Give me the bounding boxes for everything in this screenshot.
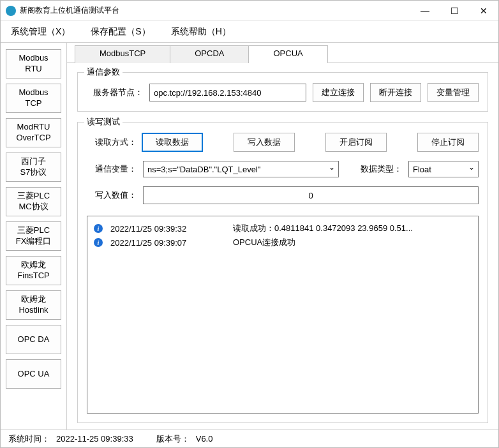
sidebar-opc-da[interactable]: OPC DA	[6, 325, 61, 354]
systime-label: 系统时间：	[8, 433, 50, 445]
version-value: V6.0	[196, 434, 213, 444]
close-button[interactable]: ✕	[469, 1, 498, 21]
maximize-button[interactable]: ☐	[440, 1, 469, 21]
comm-params-group: 通信参数 服务器节点： 建立连接 断开连接 变量管理	[77, 72, 488, 112]
datatype-label: 数据类型：	[361, 163, 402, 175]
comm-params-title: 通信参数	[84, 66, 123, 78]
log-time: 2022/11/25 09:39:32	[110, 224, 225, 234]
write-value-input[interactable]	[143, 186, 479, 204]
sidebar-modbus-tcp[interactable]: Modbus TCP	[6, 84, 61, 113]
server-label: 服务器节点：	[87, 87, 143, 98]
sidebar-siemens-s7[interactable]: 西门子 S7协议	[6, 153, 61, 182]
sidebar-opc-ua[interactable]: OPC UA	[6, 359, 61, 389]
sidebar-modrtu-overtcp[interactable]: ModRTU OverTCP	[6, 118, 61, 147]
window-title: 新阁教育上位机通信测试平台	[20, 5, 410, 16]
sidebar-modbus-rtu[interactable]: Modbus RTU	[6, 49, 61, 78]
tab-opcda[interactable]: OPCDA	[170, 45, 249, 63]
log-entry: i 2022/11/25 09:39:07 OPCUA连接成功	[94, 235, 472, 250]
rw-test-group: 读写测试 读取方式： 读取数据 写入数据 开启订阅 停止订阅 通信变量：	[77, 122, 488, 423]
sidebar-mitsubishi-fx[interactable]: 三菱PLC FX编程口	[6, 221, 61, 251]
main-area: ModbusTCP OPCDA OPCUA 通信参数 服务器节点： 建立连接 断…	[67, 43, 498, 429]
log-message: OPCUA连接成功	[233, 237, 472, 248]
var-management-button[interactable]: 变量管理	[428, 83, 479, 102]
write-data-button[interactable]: 写入数据	[234, 133, 295, 152]
unsubscribe-button[interactable]: 停止订阅	[417, 133, 479, 152]
version-label: 版本号：	[156, 433, 190, 445]
comm-var-label: 通信变量：	[87, 163, 137, 175]
tab-modbustcp[interactable]: ModbusTCP	[75, 45, 170, 63]
menu-save-config[interactable]: 保存配置（S）	[87, 24, 154, 40]
write-value-label: 写入数值：	[87, 190, 137, 201]
tab-opcua[interactable]: OPCUA	[248, 45, 327, 63]
menubar: 系统管理（X） 保存配置（S） 系统帮助（H）	[1, 21, 498, 43]
info-icon: i	[94, 238, 103, 247]
comm-var-select[interactable]	[143, 161, 339, 177]
app-icon	[6, 6, 16, 16]
titlebar: 新阁教育上位机通信测试平台 — ☐ ✕	[1, 1, 498, 21]
sidebar-omron-finstcp[interactable]: 欧姆龙 FinsTCP	[6, 256, 61, 285]
log-entry: i 2022/11/25 09:39:32 读取成功：0.4811841 0.3…	[94, 221, 472, 235]
body-area: Modbus RTU Modbus TCP ModRTU OverTCP 西门子…	[1, 43, 498, 429]
log-time: 2022/11/25 09:39:07	[110, 238, 225, 248]
rw-test-title: 读写测试	[84, 116, 123, 128]
log-area[interactable]: i 2022/11/25 09:39:32 读取成功：0.4811841 0.3…	[87, 216, 479, 414]
read-mode-label: 读取方式：	[87, 137, 137, 148]
statusbar: 系统时间： 2022-11-25 09:39:33 版本号： V6.0	[1, 429, 498, 447]
subscribe-button[interactable]: 开启订阅	[325, 133, 387, 152]
window-controls: — ☐ ✕	[410, 1, 498, 21]
minimize-button[interactable]: —	[410, 1, 440, 21]
read-data-button[interactable]: 读取数据	[142, 133, 203, 152]
menu-system-manage[interactable]: 系统管理（X）	[7, 24, 74, 40]
info-icon: i	[94, 224, 103, 233]
sidebar-mitsubishi-mc[interactable]: 三菱PLC MC协议	[6, 187, 61, 216]
tab-content: 通信参数 服务器节点： 建立连接 断开连接 变量管理 读写测试 读取方式：	[67, 63, 498, 429]
tab-strip: ModbusTCP OPCDA OPCUA	[67, 45, 498, 63]
log-message: 读取成功：0.4811841 0.3472093 23.9659 0.51...	[233, 223, 472, 234]
app-window: 新阁教育上位机通信测试平台 — ☐ ✕ 系统管理（X） 保存配置（S） 系统帮助…	[0, 0, 499, 448]
server-input[interactable]	[149, 84, 306, 101]
sidebar: Modbus RTU Modbus TCP ModRTU OverTCP 西门子…	[1, 43, 67, 429]
menu-system-help[interactable]: 系统帮助（H）	[167, 24, 235, 40]
disconnect-button[interactable]: 断开连接	[370, 83, 421, 102]
systime-value: 2022-11-25 09:39:33	[56, 434, 133, 444]
sidebar-omron-hostlink[interactable]: 欧姆龙 Hostlink	[6, 290, 61, 320]
connect-button[interactable]: 建立连接	[313, 83, 364, 102]
datatype-select[interactable]	[408, 161, 479, 177]
